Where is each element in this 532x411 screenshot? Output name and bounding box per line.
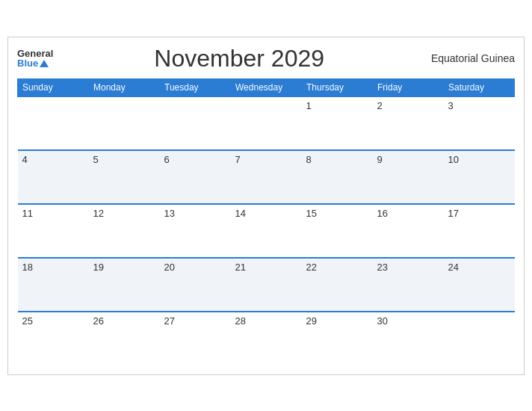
header-monday: Monday	[89, 78, 160, 96]
calendar-day-w1-d1	[18, 96, 89, 150]
calendar-day-w3-d6: 16	[373, 204, 444, 258]
calendar-day-w5-d1: 25	[18, 312, 89, 365]
calendar-body: 1234567891011121314151617181920212223242…	[18, 96, 515, 365]
calendar-week-4: 18192021222324	[18, 258, 515, 312]
calendar-day-w5-d6: 30	[373, 312, 444, 365]
calendar-week-2: 45678910	[18, 150, 515, 204]
calendar-day-w2-d7: 10	[444, 150, 515, 204]
calendar-day-w3-d5: 15	[302, 204, 373, 258]
header-sunday: Sunday	[18, 78, 89, 96]
country-label: Equatorial Guinea	[425, 52, 515, 64]
calendar-day-w1-d2	[89, 96, 160, 150]
calendar-week-5: 252627282930	[18, 312, 515, 365]
calendar-day-w1-d6: 2	[373, 96, 444, 150]
calendar-day-w4-d5: 22	[302, 258, 373, 312]
calendar-day-w5-d2: 26	[89, 312, 160, 365]
calendar-day-w2-d6: 9	[373, 150, 444, 204]
calendar-day-w5-d3: 27	[160, 312, 231, 365]
header-friday: Friday	[373, 78, 444, 96]
header-wednesday: Wednesday	[231, 78, 302, 96]
calendar-day-w5-d4: 28	[231, 312, 302, 365]
header-saturday: Saturday	[444, 78, 515, 96]
calendar-day-w3-d1: 11	[18, 204, 89, 258]
calendar-day-w4-d6: 23	[373, 258, 444, 312]
calendar-day-w4-d4: 21	[231, 258, 302, 312]
calendar-day-w3-d4: 14	[231, 204, 302, 258]
calendar-day-w2-d3: 6	[160, 150, 231, 204]
header-tuesday: Tuesday	[160, 78, 231, 96]
calendar-day-w2-d5: 8	[302, 150, 373, 204]
calendar-day-w4-d2: 19	[89, 258, 160, 312]
calendar-day-w3-d3: 13	[160, 204, 231, 258]
calendar-day-w2-d4: 7	[231, 150, 302, 204]
calendar-container: General Blue November 2029 Equatorial Gu…	[7, 37, 525, 375]
calendar-day-w4-d3: 20	[160, 258, 231, 312]
calendar-day-w4-d7: 24	[444, 258, 515, 312]
calendar-day-w1-d3	[160, 96, 231, 150]
calendar-day-w2-d2: 5	[89, 150, 160, 204]
logo-triangle-icon	[40, 60, 49, 67]
calendar-week-1: 123	[18, 96, 515, 150]
logo: General Blue	[17, 49, 53, 68]
calendar-week-3: 11121314151617	[18, 204, 515, 258]
logo-blue-text: Blue	[17, 58, 38, 68]
calendar-day-w5-d5: 29	[302, 312, 373, 365]
calendar-day-w3-d2: 12	[89, 204, 160, 258]
calendar-day-w2-d1: 4	[18, 150, 89, 204]
calendar-header: General Blue November 2029 Equatorial Gu…	[17, 45, 515, 72]
calendar-day-w1-d4	[231, 96, 302, 150]
header-thursday: Thursday	[302, 78, 373, 96]
logo-row: Blue	[17, 58, 49, 68]
calendar-day-w5-d7	[444, 312, 515, 365]
month-title: November 2029	[53, 45, 425, 72]
calendar-table: Sunday Monday Tuesday Wednesday Thursday…	[17, 78, 515, 365]
weekday-header-row: Sunday Monday Tuesday Wednesday Thursday…	[18, 78, 515, 96]
calendar-day-w4-d1: 18	[18, 258, 89, 312]
calendar-day-w1-d7: 3	[444, 96, 515, 150]
calendar-day-w1-d5: 1	[302, 96, 373, 150]
calendar-day-w3-d7: 17	[444, 204, 515, 258]
